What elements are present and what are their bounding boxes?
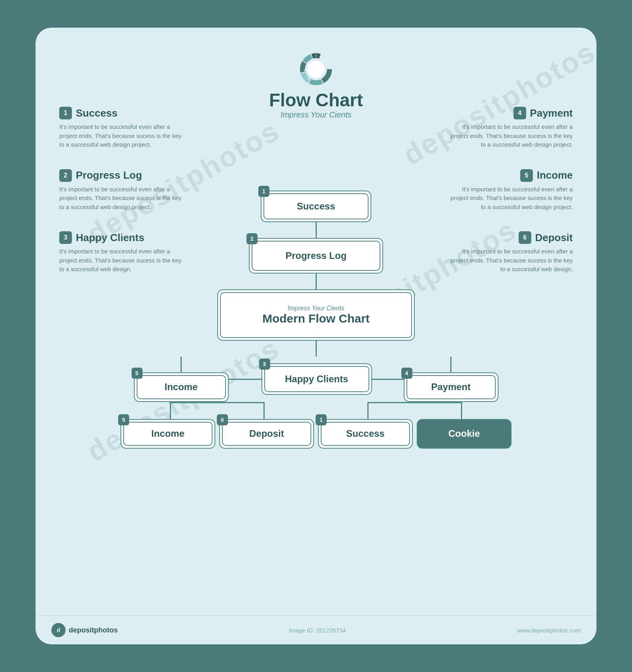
row4-container: 5 Income 6 Deposit 1 Success Cookie [63,419,569,449]
left-text-2: It's important to be successful even aft… [59,185,186,212]
left-text-1: It's important to be successful even aft… [59,123,186,149]
flowbox-label-success4: Success [319,428,412,439]
v-row4-rr [461,403,462,419]
row3-container: 5 Income 3 Happy Clients 4 [63,357,569,402]
connector-v3 [316,341,317,357]
right-text-4: It's important to be successful even aft… [446,123,573,149]
svg-text:1: 1 [315,54,317,57]
flowbox-num-6: 6 [217,414,228,425]
left-title-1: Success [76,107,118,119]
left-column: 1 Success It's important to be successfu… [59,107,186,274]
side-item-header: 2 Progress Log [59,169,142,182]
right-title-6: Deposit [535,232,573,244]
num-badge-1: 1 [59,107,72,119]
footer-logo: d depositphotos [51,623,118,637]
flowbox-happy: 3 Happy Clients [261,363,372,395]
svg-text:2: 2 [323,60,325,62]
connector-v2 [316,274,317,289]
flowbox-num-5: 5 [132,368,143,379]
left-text-3: It's important to be successful even aft… [59,247,186,274]
flowbox-num-5b: 5 [118,414,129,425]
flowbox-label-2: Progress Log [250,250,382,261]
flowbox-num-4: 4 [401,368,412,379]
left-item-2: 2 Progress Log It's important to be succ… [59,169,186,212]
svg-text:6: 6 [304,69,305,72]
right-item-5: Income 5 It's important to be successful… [446,169,573,212]
v-row4-rl [367,403,369,419]
right-item-4: Payment 4 It's important to be successfu… [446,107,573,149]
svg-text:3: 3 [325,70,327,72]
flowbox-payment-3: 4 Payment [404,372,498,402]
num-badge-6: 6 [519,231,531,244]
svg-point-6 [307,60,324,77]
left-title-2: Progress Log [76,169,142,181]
num-badge-2: 2 [59,169,72,182]
flowbox-label-payment: Payment [404,381,498,393]
flowbox-label-income: Income [135,381,228,393]
main-card: depositphotos depositphotos depositphoto… [36,28,596,644]
num-badge-4: 4 [514,107,526,119]
left-title-3: Happy Clients [76,232,144,244]
logo-text: depositphotos [69,626,118,634]
flowbox-success-top: 1 Success [261,191,371,222]
flowbox-num-3: 3 [259,359,270,370]
right-item-6: Deposit 6 It's important to be successfu… [446,231,573,274]
flowbox-label-cookie: Cookie [418,428,511,439]
flowbox-label-happy: Happy Clients [262,374,371,385]
flowbox-num-2: 2 [246,233,258,244]
flowbox-income-4: 5 Income [120,419,215,449]
num-badge-5: 5 [520,169,533,182]
right-title-4: Payment [530,107,573,119]
left-item-3: 3 Happy Clients It's important to be suc… [59,231,186,274]
flowbox-label-income4: Income [121,428,214,439]
flowbox-label-deposit: Deposit [220,428,313,439]
svg-text:4: 4 [320,77,321,80]
h-line-right [372,379,404,380]
connector-left-down [181,357,182,372]
right-text-6: It's important to be successful even aft… [446,247,573,274]
flowbox-label-1: Success [261,201,371,212]
v-row4-lr [263,403,265,419]
footer-url: www.depositphotos.com [517,627,581,634]
svg-text:5: 5 [308,77,310,80]
flowbox-center: Impress Your Cients Modern Flow Chart [217,289,415,341]
flowbox-income-3: 5 Income [134,372,229,402]
flowbox-num-1: 1 [258,186,269,197]
side-item-header: 1 Success [59,107,118,119]
flowbox-num-1b: 1 [316,414,327,425]
side-item-header: 3 Happy Clients [59,231,144,244]
side-item-header: Payment 4 [514,107,573,119]
flowbox-center-title: Modern Flow Chart [262,312,370,325]
right-text-5: It's important to be successful even aft… [446,185,573,212]
logo-circle: d [51,623,66,637]
donut-chart: 1 2 3 4 5 6 [298,51,334,87]
flowbox-cookie: Cookie [417,419,512,449]
side-item-header: Income 5 [520,169,573,182]
flowbox-center-subtitle: Impress Your Cients [288,305,344,312]
footer-bar: d depositphotos Image ID: 251235734 www.… [36,615,596,644]
side-item-header: Deposit 6 [519,231,573,244]
v-row4-ll [170,403,171,419]
right-title-5: Income [537,169,573,181]
flowbox-success-4: 1 Success [318,419,413,449]
connector-right-down [450,357,451,372]
flowbox-deposit: 6 Deposit [219,419,314,449]
right-column: Payment 4 It's important to be successfu… [446,107,573,274]
num-badge-3: 3 [59,231,72,244]
flowbox-progress: 2 Progress Log [249,238,383,274]
h-line-left [230,379,261,380]
left-item-1: 1 Success It's important to be successfu… [59,107,186,149]
footer-image-id: Image ID: 251235734 [289,627,346,634]
